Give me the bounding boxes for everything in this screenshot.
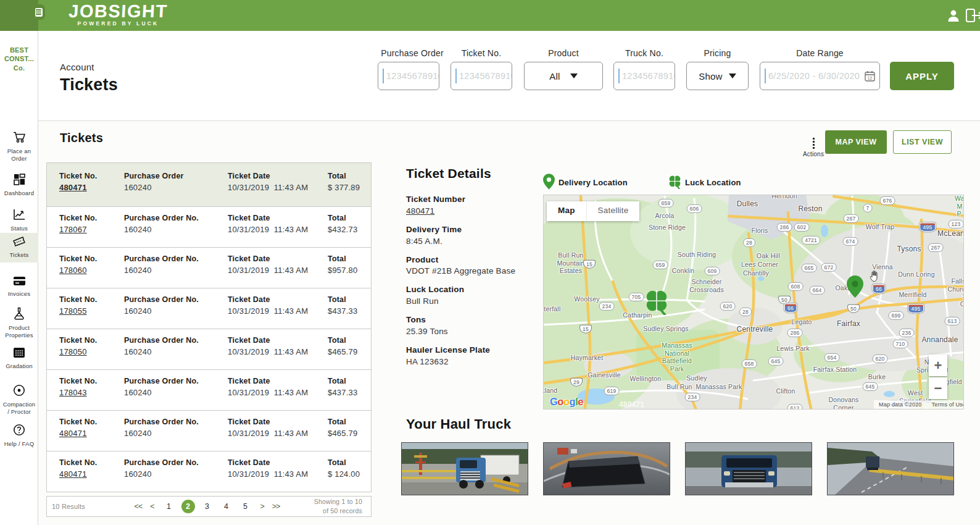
total-col-label: Total bbox=[328, 254, 371, 263]
terms-of-use-link[interactable]: Terms of Use bbox=[932, 401, 964, 408]
ticket-no-col-label: Ticket No. bbox=[59, 377, 124, 385]
ticket-no-link[interactable]: 480471 bbox=[59, 469, 124, 479]
sidebar-item-place-an-order[interactable]: Place an Order bbox=[0, 128, 38, 163]
haul-truck-photo-4[interactable] bbox=[827, 442, 954, 495]
po-value: 160240 bbox=[124, 225, 228, 234]
first-page-button[interactable]: << bbox=[135, 502, 143, 511]
ticket-no-link[interactable]: 178043 bbox=[59, 388, 124, 397]
ticket-row[interactable]: Ticket No.178060 Purchase Order No.16024… bbox=[46, 247, 372, 288]
po-col-label: Purchase Order No. bbox=[124, 214, 228, 222]
ticket-row[interactable]: Ticket No.480471 Purchase Order No.16024… bbox=[46, 451, 372, 492]
ticket-number-value[interactable]: 480471 bbox=[406, 206, 539, 217]
ticket-no-link[interactable]: 480471 bbox=[59, 429, 124, 438]
page-number-button[interactable]: 5 bbox=[239, 500, 252, 513]
sidebar-item-status[interactable]: Status bbox=[0, 206, 38, 232]
sidebar-item-compaction-proctor[interactable]: Compaction / Proctor bbox=[0, 381, 38, 416]
date-value: 10/31/2019 11:43 AM bbox=[228, 469, 328, 479]
page-number-button[interactable]: 4 bbox=[220, 500, 233, 513]
prev-page-button[interactable]: < bbox=[150, 502, 154, 511]
ticket-list: Ticket No.480471 Purchase Order160240 Ti… bbox=[46, 162, 372, 492]
ticket-no-input[interactable] bbox=[451, 62, 512, 90]
hamburger-menu-button[interactable] bbox=[32, 4, 45, 20]
map-type-satellite-button[interactable]: Satellite bbox=[586, 201, 640, 221]
sieve-icon bbox=[13, 350, 25, 360]
logout-icon[interactable] bbox=[965, 8, 980, 25]
ticket-row[interactable]: Ticket No.178055 Purchase Order No.16024… bbox=[46, 288, 372, 329]
hauler-plate-value: HA 123632 bbox=[406, 357, 539, 368]
line-chart-icon bbox=[13, 212, 25, 222]
sidebar-item-invoices[interactable]: Invoices bbox=[0, 273, 38, 298]
purchase-order-input[interactable] bbox=[378, 62, 439, 90]
list-view-button[interactable]: LIST VIEW bbox=[893, 130, 952, 154]
haul-truck-photo-2[interactable] bbox=[543, 442, 670, 495]
ticket-no-col-label: Ticket No. bbox=[59, 458, 124, 467]
sidebar-item-product-properties[interactable]: Product Properties bbox=[0, 304, 38, 340]
ticket-no-link[interactable]: 178050 bbox=[59, 347, 124, 356]
date-range-input[interactable] bbox=[760, 62, 880, 90]
truck-no-label: Truck No. bbox=[613, 48, 675, 58]
zoom-in-button[interactable]: + bbox=[929, 355, 947, 376]
ticket-row[interactable]: Ticket No.480471 Purchase Order160240 Ti… bbox=[46, 162, 372, 207]
chevron-down-icon bbox=[570, 74, 578, 78]
map-view-button[interactable]: MAP VIEW bbox=[825, 130, 887, 154]
delivery-time-label: Delivery Time bbox=[406, 225, 539, 235]
page-number-button[interactable]: 2 bbox=[181, 500, 195, 513]
apply-button[interactable]: APPLY bbox=[890, 62, 954, 90]
sidebar-item-dashboard[interactable]: Dashboard bbox=[0, 170, 38, 197]
ticket-list-footer: 10 Results << < 12345 > >> Showing 1 to … bbox=[46, 496, 372, 517]
map-type-map-button[interactable]: Map bbox=[547, 201, 586, 221]
total-col-label: Total bbox=[328, 336, 371, 345]
tickets-panel-title: Tickets bbox=[60, 131, 103, 145]
haul-truck-photo-3[interactable] bbox=[685, 442, 812, 495]
date-value: 10/31/2019 11:43 AM bbox=[228, 266, 328, 275]
product-label: Product bbox=[524, 48, 603, 58]
ticket-no-field-wrap bbox=[451, 62, 512, 90]
haul-truck-photo-1[interactable] bbox=[401, 442, 528, 495]
date-col-label: Ticket Date bbox=[228, 458, 328, 467]
pricing-select[interactable]: Show bbox=[686, 62, 749, 90]
po-col-label: Purchase Order No. bbox=[124, 458, 228, 467]
page-number-button[interactable]: 1 bbox=[162, 500, 176, 513]
po-value: 160240 bbox=[124, 388, 228, 397]
luck-location-label: Luck Location bbox=[406, 285, 539, 295]
delivery-location-pin-icon bbox=[543, 174, 555, 192]
po-col-label: Purchase Order No. bbox=[124, 336, 228, 345]
purchase-order-label: Purchase Order bbox=[378, 48, 447, 58]
date-col-label: Ticket Date bbox=[228, 214, 328, 222]
ticket-no-link[interactable]: 178055 bbox=[59, 306, 124, 316]
total-col-label: Total bbox=[328, 377, 371, 385]
google-logo-letter: G bbox=[550, 396, 557, 407]
po-value: 160240 bbox=[124, 347, 228, 356]
total-value: $957.80 bbox=[328, 266, 371, 275]
help-icon bbox=[13, 427, 25, 438]
page-number-button[interactable]: 3 bbox=[201, 500, 214, 513]
sidebar: BEST CONST... Co. Place an Order Dashboa… bbox=[0, 31, 38, 525]
total-col-label: Total bbox=[328, 172, 371, 180]
luck-location-value: Bull Run bbox=[406, 296, 539, 307]
sidebar-item-gradation[interactable]: Gradation bbox=[0, 344, 38, 370]
ticket-row[interactable]: Ticket No.178050 Purchase Order No.16024… bbox=[46, 329, 372, 370]
flask-icon bbox=[14, 311, 25, 322]
ticket-no-link[interactable]: 480471 bbox=[59, 183, 124, 192]
sidebar-item-help-faq[interactable]: Help / FAQ bbox=[0, 421, 38, 448]
ticket-no-link[interactable]: 178060 bbox=[59, 266, 124, 275]
ticket-details-panel: Ticket Details Ticket Number480471 Deliv… bbox=[406, 166, 539, 376]
calendar-icon[interactable]: 12 bbox=[865, 70, 875, 84]
user-profile-icon[interactable] bbox=[947, 8, 960, 25]
next-page-button[interactable]: > bbox=[260, 502, 264, 511]
ticket-no-link[interactable]: 178067 bbox=[59, 225, 124, 234]
last-page-button[interactable]: >> bbox=[272, 502, 280, 511]
sidebar-item-tickets[interactable]: Tickets bbox=[0, 233, 38, 262]
kebab-menu-icon bbox=[813, 138, 815, 149]
map[interactable]: ArcolaStone RidgeDullesSouth RidingConkl… bbox=[543, 195, 964, 410]
pricing-select-value: Show bbox=[699, 71, 722, 82]
pagination: << < 12345 > >> bbox=[109, 500, 305, 513]
ticket-row[interactable]: Ticket No.178067 Purchase Order No.16024… bbox=[46, 206, 372, 248]
product-select[interactable]: All bbox=[524, 62, 603, 90]
ticket-row[interactable]: Ticket No.480471 Purchase Order No.16024… bbox=[46, 410, 372, 452]
ticket-row[interactable]: Ticket No.178043 Purchase Order No.16024… bbox=[46, 369, 372, 411]
truck-no-input[interactable] bbox=[613, 62, 675, 90]
google-logo: Google bbox=[550, 396, 583, 408]
zoom-out-button[interactable]: − bbox=[929, 377, 947, 399]
po-value: 160240 bbox=[124, 266, 228, 275]
